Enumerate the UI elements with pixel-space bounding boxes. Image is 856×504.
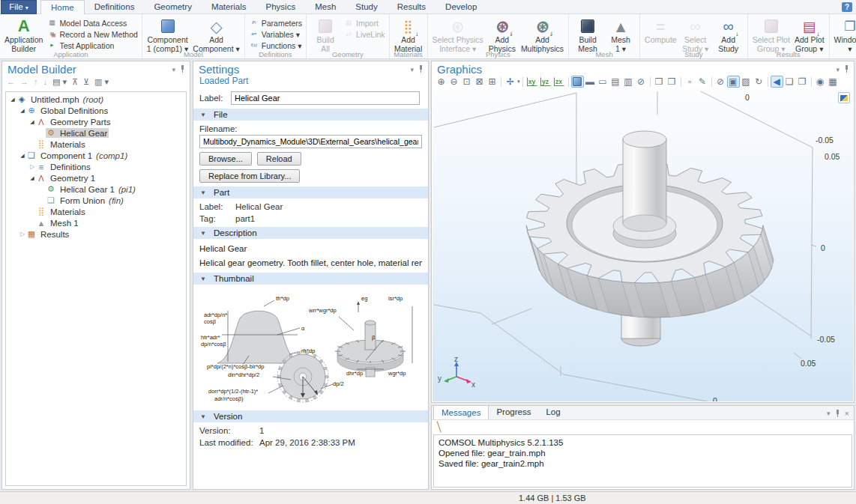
pin-icon[interactable] — [835, 410, 840, 418]
filename-input[interactable] — [199, 135, 422, 148]
panel-menu-icon[interactable]: ▾ — [827, 410, 831, 417]
application-builder-button[interactable]: AApplicationBuilder — [2, 15, 45, 53]
wireframe-rendering-button[interactable]: ▤ — [609, 76, 622, 88]
view-menu-dropdown-button[interactable]: ▾ — [517, 79, 520, 85]
transparency-button[interactable]: ▭ — [597, 76, 609, 88]
collapse-all-button[interactable]: ⊼ — [72, 77, 78, 87]
tab-mesh[interactable]: Mesh — [305, 0, 346, 14]
deselect-button[interactable]: ✎ — [696, 76, 709, 88]
pin-icon[interactable] — [844, 65, 849, 73]
section-header-description[interactable]: ▼ Description — [193, 227, 428, 239]
add-material-button[interactable]: ⣿AddMaterial — [392, 15, 425, 53]
move-down-button[interactable]: ↓ — [43, 77, 48, 86]
tab-log[interactable]: Log — [538, 405, 567, 419]
go-to-default-view-button[interactable]: ◀ — [771, 76, 783, 88]
component-cube-button[interactable]: Component1 (comp1) ▾ — [145, 15, 190, 53]
tab-develop[interactable]: Develop — [435, 0, 486, 14]
panel-menu-icon[interactable]: ▾ — [410, 66, 414, 73]
tree-node-geometry-parts[interactable]: ◢ΛGeometry Parts — [6, 116, 186, 127]
select-box-button[interactable]: ▫ — [684, 76, 696, 88]
tab-study[interactable]: Study — [346, 0, 387, 14]
section-header-part[interactable]: ▼ Part — [193, 186, 428, 198]
windows-button[interactable]: ❐Windows▾ — [832, 15, 856, 53]
add-study-button[interactable]: ∞AddStudy — [712, 15, 745, 53]
tree-node-materials[interactable]: ⣿Materials — [6, 206, 186, 217]
zoom-extents-button[interactable]: ⊠ — [473, 76, 486, 88]
compute-button[interactable]: =Compute — [642, 15, 679, 45]
pin-icon[interactable] — [418, 65, 424, 73]
expander-icon[interactable]: ◢ — [9, 97, 16, 103]
view-xy-button[interactable]: xy — [527, 77, 537, 86]
hide-objects-button[interactable]: ⊘ — [714, 76, 727, 88]
select-plot-group-button[interactable]: Select PlotGroup ▾ — [750, 15, 792, 53]
replace-from-library-button[interactable]: Replace from Library... — [199, 169, 300, 183]
window-stack-button[interactable]: ❐ — [796, 76, 809, 88]
build-mesh-button[interactable]: BuildMesh — [571, 15, 604, 53]
test-application-button[interactable]: ▶Test Application — [45, 40, 139, 51]
parameters-button[interactable]: PᵢParameters — [247, 17, 304, 28]
copy-plot-button[interactable]: ❒ — [666, 76, 678, 88]
tree-node-geometry-1[interactable]: ◢ΛGeometry 1 — [6, 172, 186, 183]
hidden-lines-button[interactable]: ▥ — [622, 76, 635, 88]
add-component-button[interactable]: ◇AddComponent ▾ — [190, 15, 241, 53]
go-to-view-button[interactable]: ✢ — [504, 76, 516, 88]
close-icon[interactable]: × — [845, 409, 849, 418]
view-zx-button[interactable]: zx — [554, 77, 564, 86]
expander-icon[interactable]: ▷ — [19, 231, 26, 237]
tab-home[interactable]: Home — [40, 0, 85, 14]
tree-node-helical-gear-1[interactable]: ⚙Helical Gear 1(pi1) — [6, 183, 186, 195]
expander-icon[interactable]: ◢ — [28, 119, 36, 125]
snapshot-button[interactable]: ◉ — [814, 76, 827, 88]
tree-node-results[interactable]: ▷▦Results — [6, 228, 186, 240]
tree-node-global-definitions[interactable]: ◢⊕Global Definitions — [6, 105, 186, 116]
select-study-button[interactable]: ∞SelectStudy ▾ — [679, 15, 712, 53]
tab-progress[interactable]: Progress — [489, 405, 538, 419]
nav-forward-button[interactable]: → — [20, 77, 28, 86]
tab-messages[interactable]: Messages — [433, 405, 489, 419]
reload-button[interactable]: Reload — [257, 152, 301, 166]
add-physics-button[interactable]: ⊛AddPhysics — [486, 15, 519, 53]
section-header-file[interactable]: ▼ File — [193, 109, 428, 121]
build-all-button[interactable]: BuildAll — [309, 15, 342, 53]
tree-node-untitled-mph[interactable]: ◢◈Untitled.mph(root) — [6, 94, 186, 105]
model-data-access-button[interactable]: ▦Model Data Access — [45, 17, 139, 28]
zoom-box-button[interactable]: ⊡ — [460, 76, 473, 88]
print-button[interactable]: ▦ — [827, 76, 840, 88]
tab-results[interactable]: Results — [388, 0, 435, 14]
file-menu-button[interactable]: File ▾ — [1, 0, 37, 14]
expander-icon[interactable]: ◢ — [19, 108, 26, 114]
default-3d-view-button[interactable] — [571, 76, 584, 88]
livelink-button[interactable]: ⇄LiveLink — [342, 28, 387, 40]
nav-back-button[interactable]: ← — [7, 77, 15, 86]
show-selection-button[interactable]: ▨ — [740, 76, 753, 88]
graphics-canvas[interactable]: zxy 0-0.050.050-0.050.050 — [432, 89, 853, 401]
pin-icon[interactable] — [180, 65, 185, 73]
section-header-version[interactable]: ▼ Version — [193, 410, 428, 422]
functions-button[interactable]: f(x)Functions ▾ — [247, 40, 304, 51]
plot-thumbnail-button[interactable] — [838, 92, 850, 103]
browse-button[interactable]: Browse... — [199, 152, 252, 166]
mesh-1-button[interactable]: ▲Mesh1 ▾ — [604, 15, 637, 53]
tree-node-helical-gear[interactable]: ⚙Helical Gear — [6, 127, 186, 139]
show-material-color-button[interactable]: ▣ — [727, 76, 740, 88]
tree-node-component-1[interactable]: ◢❑Component 1(comp1) — [6, 150, 186, 161]
section-header-thumbnail[interactable]: ▼ Thumbnail — [193, 273, 428, 285]
zoom-out-button[interactable]: ⊖ — [447, 76, 460, 88]
show-menu-button[interactable]: ▤ ▾ — [52, 77, 67, 87]
view-yz-button[interactable]: yz — [540, 77, 551, 86]
disable-view-button[interactable]: ⊘ — [635, 76, 648, 88]
zoom-in-button[interactable]: ⊕ — [435, 76, 447, 88]
select-physics-button[interactable]: ⊛Select PhysicsInterface ▾ — [430, 15, 486, 53]
image-snapshot-window-button[interactable]: ❒ — [653, 76, 666, 88]
scene-light-button[interactable]: ▬ — [584, 76, 597, 88]
record-method-button[interactable]: ▤Record a New Method — [45, 28, 139, 40]
tree-node-definitions[interactable]: ▷≡Definitions — [6, 161, 186, 172]
zoom-selected-button[interactable]: ⊞ — [486, 76, 498, 88]
expander-icon[interactable]: ▷ — [28, 163, 36, 170]
expander-icon[interactable]: ◢ — [28, 175, 36, 181]
panel-menu-icon[interactable]: ▾ — [836, 66, 840, 73]
variables-button[interactable]: a=Variables ▾ — [247, 28, 304, 40]
help-button[interactable]: ? — [842, 2, 852, 12]
go-to-node-menu-button[interactable]: ▥ ▾ — [94, 77, 109, 87]
tree-node-mesh-1[interactable]: ▲Mesh 1 — [6, 217, 186, 228]
